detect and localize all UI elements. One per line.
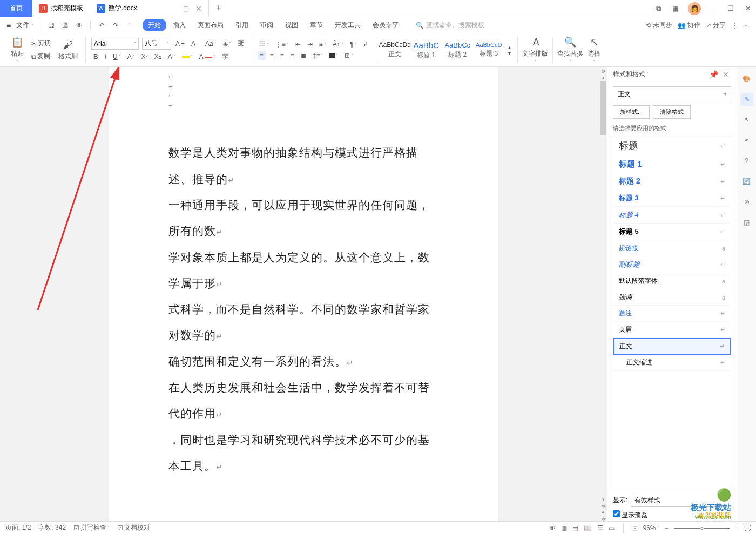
preview-icon[interactable]: 👁 [73,19,86,31]
eye-icon[interactable]: 👁 [549,524,556,532]
reading-mode-icon[interactable]: ▥ [561,524,567,532]
scrollbar[interactable]: ⚙ ▴ ▾ ≪ ● ≫ [599,67,607,523]
superscript-icon[interactable]: X² [139,52,150,62]
fullscreen-icon[interactable]: ⛶ [744,524,751,532]
format-painter-button[interactable]: 🖌格式刷 [56,39,80,61]
distribute-icon[interactable]: ≣ [299,51,308,60]
avatar[interactable]: 👩 [688,2,701,15]
zoom-in-icon[interactable]: + [735,524,739,532]
prev-page-icon[interactable]: ≪ [600,503,606,509]
style-list-item[interactable]: 强调a [613,289,731,306]
borders-icon[interactable]: ⊞˅ [342,51,355,60]
clear-format-icon[interactable]: ◈˅ [221,39,233,49]
italic-icon[interactable]: I [103,52,109,62]
zoom-label[interactable]: 96% ˅ [643,524,659,532]
spell-check[interactable]: ☑ 拼写检查 ˅ [73,523,110,532]
undo-icon[interactable]: ↶ [95,19,108,31]
minimize-button[interactable]: — [705,1,721,16]
style-h2[interactable]: AaBbCc标题 2 [443,38,471,62]
style-list-item[interactable]: 超链接a [613,240,731,256]
save-icon[interactable]: 🖫 [45,19,58,31]
rail-link-icon[interactable]: ⚭ [740,134,753,147]
inc-indent-icon[interactable]: ⇥ [305,39,315,49]
strike-icon[interactable]: A˅ [125,52,137,62]
tab-home[interactable]: 首页 [0,0,32,17]
sync-status[interactable]: ⟲ 未同步 [646,21,672,30]
hamburger-icon[interactable]: ≡ [6,21,11,30]
current-style-select[interactable]: 正文▾ [613,86,731,102]
tab-window-icon[interactable]: ▢ [183,5,189,12]
subscript-icon[interactable]: X₂ [152,52,164,62]
preview-checkbox[interactable]: 显示预览 [613,510,647,520]
change-case-icon[interactable]: Aa˅ [203,39,219,49]
style-list-item[interactable]: 正文↵ [613,338,731,355]
rail-select-icon[interactable]: ↖ [740,113,753,126]
align-left-icon[interactable]: ≡ [258,51,266,60]
style-list-item[interactable]: 默认段落字体a [613,273,731,289]
ribbon-tab-view[interactable]: 视图 [280,19,303,31]
panel-close-icon[interactable]: ✕ [720,70,731,79]
paste-button[interactable]: 📋粘贴˅ [9,36,26,64]
web-layout-icon[interactable]: 📖 [584,524,592,532]
ribbon-tab-insert[interactable]: 插入 [167,19,191,31]
style-list-item[interactable]: 标题 1↵ [613,156,731,173]
ribbon-tab-refs[interactable]: 引用 [230,19,254,31]
close-button[interactable]: ✕ [740,1,756,16]
collapse-ribbon-icon[interactable]: ︿ [743,21,750,30]
style-list-item[interactable]: 副标题↵ [613,256,731,273]
tab-templates[interactable]: D 找稻壳模板 [32,0,90,17]
style-h3[interactable]: AaBbCcD标题 3 [475,38,503,62]
font-name-select[interactable]: Arial˅ [91,38,139,50]
align-justify-icon[interactable]: ≡ [288,51,296,60]
ribbon-tab-review[interactable]: 审阅 [255,19,279,31]
apps-icon[interactable]: ▦ [667,1,684,16]
rail-translate-icon[interactable]: 🔄 [740,175,753,188]
browse-object-icon[interactable]: ● [600,509,606,516]
maximize-button[interactable]: ☐ [723,1,739,16]
zoom-out-icon[interactable]: − [665,524,669,532]
page-width-icon[interactable]: ⊡ [632,524,638,532]
rail-settings-icon[interactable]: ⊚ [740,195,753,208]
style-list-item[interactable]: 标题 2↵ [613,173,731,190]
rail-style-icon[interactable]: 🎨 [740,72,753,85]
ribbon-tab-layout[interactable]: 页面布局 [192,19,229,31]
font-color-icon[interactable]: A˅ [197,52,218,62]
shrink-font-icon[interactable]: A- [189,39,201,49]
style-list-item[interactable]: 标题 4↵ [613,207,731,224]
grow-font-icon[interactable]: A+ [173,39,187,49]
highlight-icon[interactable]: ˅ [180,53,195,60]
collab-button[interactable]: 👥 协作 [678,21,700,30]
style-list-item[interactable]: 标题↵ [613,136,731,156]
style-list-item[interactable]: 页眉↵ [613,322,731,338]
align-right-icon[interactable]: ≡ [278,51,286,60]
copy-button[interactable]: ⧉ 复制 [29,51,53,62]
new-tab-button[interactable]: + [209,0,228,17]
ribbon-tab-vip[interactable]: 会员专享 [367,19,404,31]
phonetic-icon[interactable]: 变 [235,38,246,49]
text-layout-button[interactable]: ᵢA文字排版˅ [520,36,550,64]
tab-close-icon[interactable]: ✕ [195,4,202,13]
ribbon-tab-devtools[interactable]: 开发工具 [329,19,366,31]
bullets-icon[interactable]: ☰˅ [258,39,271,49]
underline-icon[interactable]: U˅ [111,52,123,62]
clear-format-button[interactable]: 清除格式 [653,105,691,119]
line-spacing-icon[interactable]: ‡≡˅ [310,51,326,60]
print-layout-icon[interactable]: ▤ [572,524,578,532]
more-menu-icon[interactable]: ⋮ [731,22,738,29]
dec-indent-icon[interactable]: ⇤ [293,39,303,49]
rail-assets-icon[interactable]: ◲ [740,216,753,229]
style-list-item[interactable]: 标题 5↵ [613,224,731,240]
align-center-icon[interactable]: ≡ [268,51,276,60]
show-marks-icon[interactable]: ↲ [361,39,370,49]
tab-document[interactable]: W 数学.docx ▢ ✕ [90,0,209,17]
shading-icon[interactable]: ˅ [327,52,340,59]
print-icon[interactable]: 🖶 [59,19,72,31]
find-replace-button[interactable]: 🔍查找替换˅ [555,36,585,64]
rail-help-icon[interactable]: ? [740,154,753,167]
style-h1[interactable]: AaBbC标题 1 [412,38,440,62]
more-undo-icon[interactable]: ˅ [123,19,136,31]
scroll-down-icon[interactable]: ▾ [600,496,606,503]
scroll-settings-icon[interactable]: ⚙ [600,68,606,75]
text-effects-icon[interactable]: A˅ [166,52,178,62]
select-button[interactable]: ↖选择˅ [585,36,603,64]
